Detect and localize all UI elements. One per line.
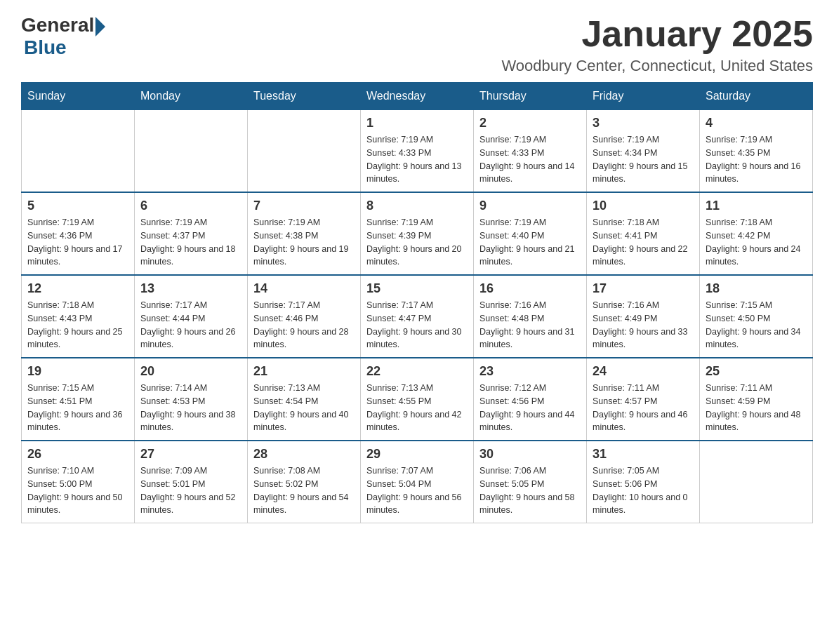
calendar-cell <box>135 110 248 193</box>
day-number: 21 <box>253 364 355 379</box>
calendar-cell: 20Sunrise: 7:14 AMSunset: 4:53 PMDayligh… <box>135 358 248 441</box>
calendar-cell <box>248 110 361 193</box>
day-info: Sunrise: 7:19 AMSunset: 4:34 PMDaylight:… <box>593 133 694 186</box>
day-number: 15 <box>366 281 468 296</box>
day-info: Sunrise: 7:19 AMSunset: 4:38 PMDaylight:… <box>253 216 355 269</box>
day-number: 14 <box>253 281 355 296</box>
day-info: Sunrise: 7:17 AMSunset: 4:44 PMDaylight:… <box>140 299 241 351</box>
day-number: 16 <box>479 281 581 296</box>
calendar-cell <box>22 110 135 193</box>
day-number: 8 <box>366 199 468 213</box>
calendar-cell: 21Sunrise: 7:13 AMSunset: 4:54 PMDayligh… <box>248 358 361 441</box>
day-number: 22 <box>366 364 468 379</box>
calendar-cell: 13Sunrise: 7:17 AMSunset: 4:44 PMDayligh… <box>135 275 248 358</box>
logo-blue-text: Blue <box>24 36 105 59</box>
day-info: Sunrise: 7:19 AMSunset: 4:39 PMDaylight:… <box>366 216 468 269</box>
calendar-cell: 15Sunrise: 7:17 AMSunset: 4:47 PMDayligh… <box>361 275 474 358</box>
day-number: 6 <box>140 199 241 213</box>
day-number: 27 <box>140 447 241 462</box>
calendar-cell: 29Sunrise: 7:07 AMSunset: 5:04 PMDayligh… <box>361 441 474 523</box>
calendar-cell: 7Sunrise: 7:19 AMSunset: 4:38 PMDaylight… <box>248 192 361 275</box>
calendar-week-3: 12Sunrise: 7:18 AMSunset: 4:43 PMDayligh… <box>22 275 813 358</box>
calendar-cell: 5Sunrise: 7:19 AMSunset: 4:36 PMDaylight… <box>22 192 135 275</box>
day-of-week-saturday: Saturday <box>700 83 813 110</box>
calendar-table: SundayMondayTuesdayWednesdayThursdayFrid… <box>21 82 813 523</box>
page-header: General Blue January 2025 Woodbury Cente… <box>21 14 813 75</box>
day-number: 13 <box>140 281 241 296</box>
title-block: January 2025 Woodbury Center, Connecticu… <box>501 14 813 75</box>
calendar-cell: 6Sunrise: 7:19 AMSunset: 4:37 PMDaylight… <box>135 192 248 275</box>
day-info: Sunrise: 7:19 AMSunset: 4:37 PMDaylight:… <box>140 216 241 269</box>
calendar-cell: 28Sunrise: 7:08 AMSunset: 5:02 PMDayligh… <box>248 441 361 523</box>
day-number: 18 <box>706 281 807 296</box>
calendar-cell: 8Sunrise: 7:19 AMSunset: 4:39 PMDaylight… <box>361 192 474 275</box>
day-info: Sunrise: 7:07 AMSunset: 5:04 PMDaylight:… <box>366 464 468 517</box>
day-info: Sunrise: 7:15 AMSunset: 4:51 PMDaylight:… <box>27 382 128 434</box>
day-number: 4 <box>706 116 807 130</box>
day-number: 28 <box>253 447 355 462</box>
day-number: 7 <box>253 199 355 213</box>
calendar-cell: 1Sunrise: 7:19 AMSunset: 4:33 PMDaylight… <box>361 110 474 193</box>
calendar-cell <box>700 441 813 523</box>
calendar-cell: 9Sunrise: 7:19 AMSunset: 4:40 PMDaylight… <box>474 192 587 275</box>
calendar-cell: 11Sunrise: 7:18 AMSunset: 4:42 PMDayligh… <box>700 192 813 275</box>
day-of-week-sunday: Sunday <box>22 83 135 110</box>
calendar-cell: 25Sunrise: 7:11 AMSunset: 4:59 PMDayligh… <box>700 358 813 441</box>
day-number: 2 <box>479 116 581 130</box>
day-info: Sunrise: 7:16 AMSunset: 4:48 PMDaylight:… <box>479 299 581 351</box>
day-number: 24 <box>593 364 694 379</box>
day-number: 20 <box>140 364 241 379</box>
day-info: Sunrise: 7:14 AMSunset: 4:53 PMDaylight:… <box>140 382 241 434</box>
day-info: Sunrise: 7:19 AMSunset: 4:35 PMDaylight:… <box>706 133 807 186</box>
day-number: 3 <box>593 116 694 130</box>
day-info: Sunrise: 7:13 AMSunset: 4:54 PMDaylight:… <box>253 382 355 434</box>
day-info: Sunrise: 7:19 AMSunset: 4:36 PMDaylight:… <box>27 216 128 269</box>
day-number: 29 <box>366 447 468 462</box>
day-of-week-wednesday: Wednesday <box>361 83 474 110</box>
calendar-week-1: 1Sunrise: 7:19 AMSunset: 4:33 PMDaylight… <box>22 110 813 193</box>
day-number: 9 <box>479 199 581 213</box>
day-info: Sunrise: 7:19 AMSunset: 4:33 PMDaylight:… <box>366 133 468 186</box>
day-info: Sunrise: 7:19 AMSunset: 4:33 PMDaylight:… <box>479 133 581 186</box>
calendar-cell: 18Sunrise: 7:15 AMSunset: 4:50 PMDayligh… <box>700 275 813 358</box>
day-number: 17 <box>593 281 694 296</box>
calendar-cell: 27Sunrise: 7:09 AMSunset: 5:01 PMDayligh… <box>135 441 248 523</box>
calendar-cell: 22Sunrise: 7:13 AMSunset: 4:55 PMDayligh… <box>361 358 474 441</box>
calendar-cell: 10Sunrise: 7:18 AMSunset: 4:41 PMDayligh… <box>587 192 700 275</box>
day-number: 12 <box>27 281 128 296</box>
day-info: Sunrise: 7:18 AMSunset: 4:41 PMDaylight:… <box>593 216 694 269</box>
calendar-cell: 2Sunrise: 7:19 AMSunset: 4:33 PMDaylight… <box>474 110 587 193</box>
day-info: Sunrise: 7:18 AMSunset: 4:42 PMDaylight:… <box>706 216 807 269</box>
day-of-week-tuesday: Tuesday <box>248 83 361 110</box>
day-info: Sunrise: 7:12 AMSunset: 4:56 PMDaylight:… <box>479 382 581 434</box>
day-number: 26 <box>27 447 128 462</box>
calendar-header-row: SundayMondayTuesdayWednesdayThursdayFrid… <box>22 83 813 110</box>
calendar-cell: 17Sunrise: 7:16 AMSunset: 4:49 PMDayligh… <box>587 275 700 358</box>
day-info: Sunrise: 7:11 AMSunset: 4:57 PMDaylight:… <box>593 382 694 434</box>
day-number: 5 <box>27 199 128 213</box>
calendar-cell: 24Sunrise: 7:11 AMSunset: 4:57 PMDayligh… <box>587 358 700 441</box>
day-info: Sunrise: 7:17 AMSunset: 4:47 PMDaylight:… <box>366 299 468 351</box>
day-number: 23 <box>479 364 581 379</box>
day-info: Sunrise: 7:13 AMSunset: 4:55 PMDaylight:… <box>366 382 468 434</box>
day-info: Sunrise: 7:09 AMSunset: 5:01 PMDaylight:… <box>140 464 241 517</box>
day-info: Sunrise: 7:15 AMSunset: 4:50 PMDaylight:… <box>706 299 807 351</box>
calendar-cell: 4Sunrise: 7:19 AMSunset: 4:35 PMDaylight… <box>700 110 813 193</box>
calendar-cell: 23Sunrise: 7:12 AMSunset: 4:56 PMDayligh… <box>474 358 587 441</box>
calendar-cell: 14Sunrise: 7:17 AMSunset: 4:46 PMDayligh… <box>248 275 361 358</box>
calendar-cell: 19Sunrise: 7:15 AMSunset: 4:51 PMDayligh… <box>22 358 135 441</box>
day-info: Sunrise: 7:16 AMSunset: 4:49 PMDaylight:… <box>593 299 694 351</box>
day-info: Sunrise: 7:08 AMSunset: 5:02 PMDaylight:… <box>253 464 355 517</box>
logo-general-text: General <box>21 14 94 36</box>
day-info: Sunrise: 7:11 AMSunset: 4:59 PMDaylight:… <box>706 382 807 434</box>
day-number: 11 <box>706 199 807 213</box>
day-number: 25 <box>706 364 807 379</box>
day-of-week-thursday: Thursday <box>474 83 587 110</box>
day-info: Sunrise: 7:06 AMSunset: 5:05 PMDaylight:… <box>479 464 581 517</box>
calendar-week-5: 26Sunrise: 7:10 AMSunset: 5:00 PMDayligh… <box>22 441 813 523</box>
calendar-title: January 2025 <box>501 14 813 54</box>
day-info: Sunrise: 7:05 AMSunset: 5:06 PMDaylight:… <box>593 464 694 517</box>
calendar-week-4: 19Sunrise: 7:15 AMSunset: 4:51 PMDayligh… <box>22 358 813 441</box>
day-number: 1 <box>366 116 468 130</box>
day-info: Sunrise: 7:10 AMSunset: 5:00 PMDaylight:… <box>27 464 128 517</box>
